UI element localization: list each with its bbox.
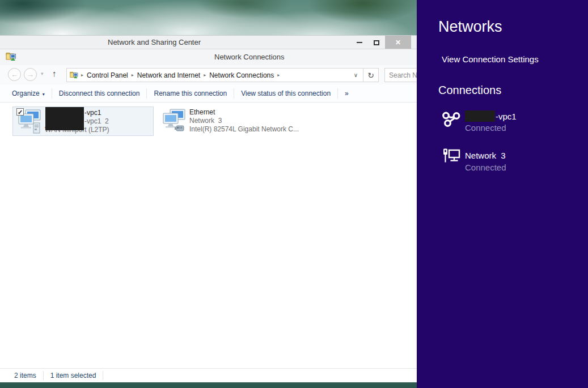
up-button[interactable]: ↑ bbox=[52, 69, 57, 78]
networks-heading: Networks bbox=[438, 18, 502, 36]
connection-name: -vpc1 bbox=[496, 112, 517, 121]
maximize-button[interactable] bbox=[368, 36, 385, 49]
refresh-button[interactable]: ↻ bbox=[363, 71, 378, 80]
chevron-down-icon: ∨ bbox=[354, 72, 358, 78]
items-count: 2 items bbox=[14, 372, 36, 380]
network-connections-window: Network Connections ← → ▾ ↑ ▸ bbox=[0, 49, 417, 382]
titlebar[interactable]: Network Connections bbox=[0, 49, 417, 65]
connection-item-ethernet[interactable]: Ethernet Network 3 Intel(R) 82574L Gigab… bbox=[160, 106, 309, 136]
organize-button[interactable]: Organize▾ bbox=[11, 87, 46, 100]
connection-name: Ethernet bbox=[189, 108, 215, 116]
selection-count: 1 item selected bbox=[50, 372, 96, 380]
check-icon: ✓ bbox=[18, 109, 23, 116]
close-button[interactable]: ✕ bbox=[385, 36, 411, 49]
divider bbox=[146, 88, 147, 99]
charm-connection-vpn[interactable]: -vpc1 bbox=[465, 110, 517, 122]
connection-device: Intel(R) 82574L Gigabit Network C... bbox=[189, 125, 299, 133]
divider bbox=[234, 88, 234, 99]
connection-status: Connected bbox=[465, 163, 506, 172]
connection-name: -vpc1 bbox=[84, 109, 101, 117]
forward-button[interactable]: → bbox=[24, 68, 37, 81]
connection-subname: -vpc1 2 bbox=[84, 117, 109, 125]
address-bar-row: ← → ▾ ↑ ▸ Control Panel ▸ bbox=[0, 65, 417, 84]
toolbar-overflow-button[interactable]: » bbox=[344, 87, 350, 100]
search-box bbox=[384, 68, 417, 82]
chevron-down-icon: ▾ bbox=[41, 71, 44, 76]
minimize-icon bbox=[357, 42, 362, 43]
window-controls: ✕ bbox=[351, 36, 411, 49]
connection-network: Network 3 bbox=[189, 117, 222, 125]
search-input[interactable] bbox=[385, 69, 417, 82]
divider bbox=[103, 371, 103, 380]
item-checkbox[interactable]: ✓ bbox=[16, 108, 24, 116]
breadcrumb-control-panel[interactable]: Control Panel bbox=[83, 71, 132, 79]
divider bbox=[43, 371, 44, 380]
connection-item-vpn[interactable]: ✓ -vpc1 bbox=[12, 106, 154, 136]
view-connection-settings-link[interactable]: View Connection Settings bbox=[442, 54, 539, 64]
maximize-icon bbox=[374, 40, 379, 45]
divider bbox=[337, 88, 338, 99]
status-bar: 2 items 1 item selected bbox=[0, 368, 417, 382]
page-title: Network Connections bbox=[214, 53, 285, 61]
divider bbox=[52, 88, 52, 99]
address-bar[interactable]: ▸ Control Panel ▸ Network and Internet ▸… bbox=[66, 68, 379, 82]
network-folder-icon bbox=[6, 52, 17, 64]
rename-connection-button[interactable]: Rename this connection bbox=[153, 87, 228, 100]
connections-heading: Connections bbox=[438, 84, 501, 97]
wired-network-icon bbox=[442, 147, 461, 169]
forward-icon: → bbox=[27, 70, 34, 79]
redaction-box bbox=[465, 110, 495, 122]
close-icon: ✕ bbox=[395, 39, 401, 46]
back-button[interactable]: ← bbox=[8, 68, 21, 81]
breadcrumb-network-connections[interactable]: Network Connections bbox=[206, 71, 277, 79]
connection-status: Connected bbox=[465, 123, 506, 133]
minimize-button[interactable] bbox=[351, 36, 368, 49]
chevron-down-icon: ▾ bbox=[43, 92, 45, 97]
location-icon bbox=[70, 71, 79, 79]
disconnect-connection-button[interactable]: Disconnect this connection bbox=[58, 87, 141, 100]
crumb-separator-icon: ▸ bbox=[277, 73, 280, 78]
breadcrumb-network-and-internet[interactable]: Network and Internet bbox=[134, 71, 204, 79]
window-title: Network and Sharing Center bbox=[108, 38, 201, 46]
up-arrow-icon: ↑ bbox=[52, 69, 57, 78]
view-status-button[interactable]: View status of this connection bbox=[240, 87, 332, 100]
back-icon: ← bbox=[11, 70, 18, 79]
charm-connection-network3[interactable]: Network 3 bbox=[465, 151, 506, 160]
redaction-box bbox=[45, 107, 84, 130]
command-toolbar: Organize▾ Disconnect this connection Ren… bbox=[0, 84, 417, 103]
network-sharing-center-window-titlebar[interactable]: Network and Sharing Center ✕ bbox=[0, 35, 417, 49]
networks-charm-panel: Networks View Connection Settings Connec… bbox=[417, 0, 588, 388]
address-dropdown-button[interactable]: ∨ bbox=[349, 72, 363, 78]
desktop: Network and Sharing Center ✕ Network Con… bbox=[0, 0, 588, 388]
connection-name: Network 3 bbox=[465, 151, 506, 160]
vpn-icon bbox=[442, 111, 461, 130]
refresh-icon: ↻ bbox=[367, 71, 374, 80]
recent-pages-dropdown[interactable]: ▾ bbox=[41, 71, 44, 76]
file-list-area[interactable]: ✓ -vpc1 bbox=[0, 103, 417, 368]
ethernet-connection-icon bbox=[161, 108, 187, 137]
